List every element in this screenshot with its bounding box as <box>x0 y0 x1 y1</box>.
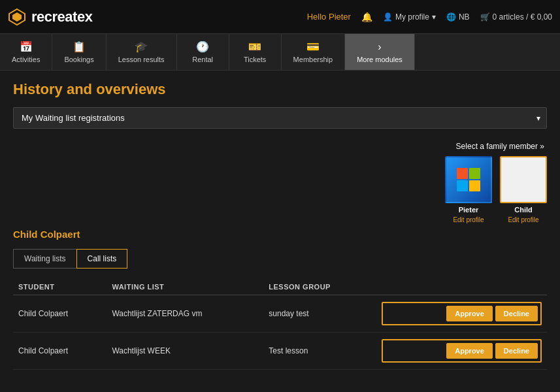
lesson-results-icon: 🎓 <box>135 41 148 53</box>
language-selector[interactable]: 🌐 NB <box>446 12 470 22</box>
windows-logo-icon <box>457 168 480 191</box>
bell-icon[interactable]: 🔔 <box>361 12 372 22</box>
edit-profile-child[interactable]: Edit profile <box>508 216 538 223</box>
avatar-pieter[interactable]: Pieter Edit profile <box>445 156 492 223</box>
row2-approve-button[interactable]: Approve <box>446 343 493 359</box>
page-title: History and overviews <box>13 81 547 98</box>
row2-waiting-list: Wachtlijst WEEK <box>107 333 263 370</box>
win-sq2 <box>469 168 480 179</box>
win-sq4 <box>469 180 480 191</box>
nav-item-rental[interactable]: 🕐 Rental <box>177 34 229 70</box>
cart-icon: 🛒 <box>480 12 490 22</box>
row1-approve-button[interactable]: Approve <box>446 306 493 321</box>
main-nav: 📅 Activities 📋 Bookings 🎓 Lesson results… <box>0 34 560 71</box>
table-row: Child Colpaert Wachtlijst ZATERDAG vm su… <box>13 295 547 333</box>
nav-item-bookings[interactable]: 📋 Bookings <box>52 34 106 70</box>
row2-decline-button[interactable]: Decline <box>495 343 538 359</box>
logo-text: recreatex <box>31 8 92 25</box>
call-lists-table: STUDENT WAITING LIST LESSON GROUP Child … <box>13 279 547 370</box>
row2-lesson-group: Test lesson <box>263 333 376 370</box>
col-header-student: STUDENT <box>13 279 107 295</box>
logo: recreatex <box>8 8 92 26</box>
nav-item-lesson-results[interactable]: 🎓 Lesson results <box>107 34 177 70</box>
section-title: Child Colpaert <box>13 229 547 240</box>
row1-lesson-group: sunday test <box>263 295 376 333</box>
cart-info[interactable]: 🛒 0 articles / € 0,00 <box>480 12 552 22</box>
row2-student: Child Colpaert <box>13 333 107 370</box>
my-profile-button[interactable]: 👤 My profile ▾ <box>383 12 436 22</box>
view-select[interactable]: My Waiting list registrations My Booking… <box>13 107 547 129</box>
nav-item-membership[interactable]: 💳 Membership <box>282 34 346 70</box>
dropdown-wrapper: My Waiting list registrations My Booking… <box>13 107 547 129</box>
col-header-lesson-group: LESSON GROUP <box>263 279 376 295</box>
nav-item-activities[interactable]: 📅 Activities <box>0 34 52 70</box>
row2-action-buttons: Approve Decline <box>382 339 542 363</box>
table-row: Child Colpaert Wachtlijst WEEK Test less… <box>13 333 547 370</box>
membership-icon: 💳 <box>306 41 320 53</box>
avatar-child-img <box>500 156 547 203</box>
activities-icon: 📅 <box>20 41 33 53</box>
nav-item-tickets[interactable]: 🎫 Tickets <box>229 34 282 70</box>
family-section: Select a family member » <box>13 142 547 151</box>
logo-icon <box>8 8 26 26</box>
avatar-pieter-img <box>445 156 492 203</box>
header: recreatex Hello Pieter 🔔 👤 My profile ▾ … <box>0 0 560 34</box>
avatar-child-name: Child <box>514 206 533 214</box>
edit-profile-pieter[interactable]: Edit profile <box>453 216 484 223</box>
col-header-actions <box>376 279 547 295</box>
row1-actions: Approve Decline <box>376 295 547 333</box>
svg-marker-1 <box>12 12 22 22</box>
nav-item-more-modules[interactable]: › More modules <box>345 34 415 70</box>
row1-action-buttons: Approve Decline <box>382 302 542 325</box>
row1-student: Child Colpaert <box>13 295 107 333</box>
rental-icon: 🕐 <box>196 41 209 53</box>
win-sq3 <box>457 180 468 191</box>
family-member-label[interactable]: Select a family member » <box>456 142 544 151</box>
tab-call-lists[interactable]: Call lists <box>76 249 128 269</box>
row2-actions: Approve Decline <box>376 333 547 370</box>
more-modules-icon: › <box>378 41 381 53</box>
row1-waiting-list: Wachtlijst ZATERDAG vm <box>107 295 263 333</box>
tab-waiting-lists[interactable]: Waiting lists <box>13 249 76 269</box>
family-avatars: Pieter Edit profile Child Edit profile <box>13 156 547 223</box>
tabs: Waiting lists Call lists <box>13 249 547 269</box>
main-content: History and overviews My Waiting list re… <box>0 71 560 380</box>
chevron-down-icon: ▾ <box>432 12 436 22</box>
table-header-row: STUDENT WAITING LIST LESSON GROUP <box>13 279 547 295</box>
avatar-pieter-name: Pieter <box>459 206 479 214</box>
avatar-child[interactable]: Child Edit profile <box>500 156 547 223</box>
tickets-icon: 🎫 <box>248 41 261 53</box>
greeting-text: Hello Pieter <box>307 12 351 22</box>
win-sq1 <box>457 168 468 179</box>
col-header-waiting-list: WAITING LIST <box>107 279 263 295</box>
bookings-icon: 📋 <box>73 41 86 53</box>
profile-icon: 👤 <box>383 12 393 22</box>
row1-decline-button[interactable]: Decline <box>495 306 538 321</box>
globe-icon: 🌐 <box>446 12 456 22</box>
header-actions: 🔔 👤 My profile ▾ 🌐 NB 🛒 0 articles / € 0… <box>361 12 552 22</box>
